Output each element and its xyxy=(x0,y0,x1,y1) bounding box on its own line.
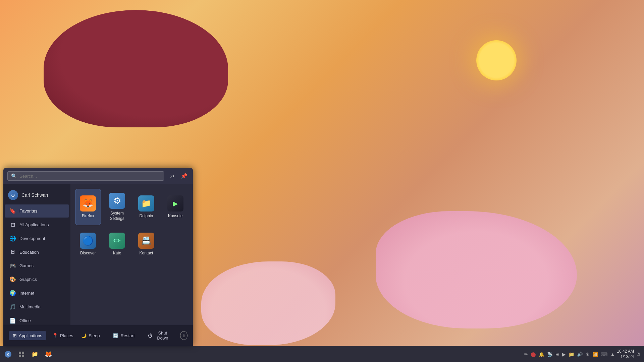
svg-text:K: K xyxy=(7,352,9,357)
places-icon: 📍 xyxy=(52,333,58,338)
dolphin-icon xyxy=(138,195,154,212)
filter-icon[interactable]: ⇄ xyxy=(167,171,177,181)
app-system-settings[interactable]: System Settings xyxy=(104,189,130,225)
app-kontact[interactable]: Kontact xyxy=(133,229,159,260)
info-button[interactable]: ℹ xyxy=(180,331,187,340)
apps-grid: Firefox System Settings Dolphin Konsole … xyxy=(70,184,193,325)
red-dot-icon[interactable]: ⬤ xyxy=(531,352,536,357)
search-icon: 🔍 xyxy=(11,173,17,179)
menu-search-bar-row: 🔍 ⇄ 📌 xyxy=(3,168,193,184)
sidebar-item-favorites[interactable]: 🔖 Favorites xyxy=(5,204,69,218)
restart-label: Restart xyxy=(120,333,135,338)
app-discover[interactable]: Discover xyxy=(75,229,101,260)
app-kate-label: Kate xyxy=(113,251,121,256)
virtual-desktop-icon[interactable]: ⊞ xyxy=(555,352,559,357)
menu-body: ⊙ Carl Schwan 🔖 Favorites ⊞ All Applicat… xyxy=(3,184,193,325)
expand-tray-icon[interactable]: ▲ xyxy=(610,352,615,357)
svg-rect-4 xyxy=(19,355,21,357)
wifi-icon[interactable]: 📶 xyxy=(592,352,598,357)
office-icon: 📄 xyxy=(9,317,16,324)
svg-rect-2 xyxy=(19,352,21,354)
user-profile[interactable]: ⊙ Carl Schwan xyxy=(3,186,70,204)
bottom-right-buttons: 🌙 Sleep 🔄 Restart ⏻ Shut Down ℹ xyxy=(77,328,187,343)
menu-bottom-bar: ⊞ Applications 📍 Places 🌙 Sleep 🔄 Restar… xyxy=(3,325,193,346)
sleep-button[interactable]: 🌙 Sleep xyxy=(77,331,104,340)
taskbar-start-icon[interactable]: K xyxy=(2,348,14,360)
username: Carl Schwan xyxy=(21,192,48,198)
brightness-icon[interactable]: ☀ xyxy=(585,352,590,357)
search-input[interactable] xyxy=(19,174,160,179)
sidebar-item-graphics[interactable]: 🎨 Graphics xyxy=(5,273,69,286)
sidebar-label-favorites: Favorites xyxy=(19,208,37,214)
avatar-initials: ⊙ xyxy=(11,192,15,198)
pin-icon[interactable]: 📌 xyxy=(179,171,189,181)
sidebar-item-development[interactable]: 🌐 Development xyxy=(5,232,69,245)
app-kate[interactable]: Kate xyxy=(104,229,130,260)
app-discover-label: Discover xyxy=(80,251,96,256)
media-play-icon[interactable]: ▶ xyxy=(562,352,566,357)
network-icon[interactable]: 📡 xyxy=(547,352,553,357)
applications-label: Applications xyxy=(19,333,42,338)
sleep-label: Sleep xyxy=(89,333,100,338)
kate-icon xyxy=(109,233,125,249)
firefox-icon xyxy=(80,195,96,212)
sidebar-label-games: Games xyxy=(19,263,34,268)
bottom-left-buttons: ⊞ Applications 📍 Places xyxy=(9,331,77,340)
sidebar-item-internet[interactable]: 🌍 Internet xyxy=(5,287,69,300)
sidebar-item-all-applications[interactable]: ⊞ All Applications xyxy=(5,218,69,231)
multimedia-icon: 🎵 xyxy=(9,304,16,310)
shutdown-label: Shut Down xyxy=(154,330,171,341)
sidebar-item-office[interactable]: 📄 Office xyxy=(5,314,69,325)
svg-rect-3 xyxy=(22,352,24,354)
restart-icon: 🔄 xyxy=(113,333,118,338)
sidebar-label-graphics: Graphics xyxy=(19,277,37,282)
taskbar: K 📁 🦊 ✏ ⬤ 🔔 📡 ⊞ ▶ 📁 🔊 ☀ 📶 ⌨ ▲ 10:42 AM 1… xyxy=(0,346,644,362)
folder-tray-icon[interactable]: 📁 xyxy=(569,352,574,357)
restart-button[interactable]: 🔄 Restart xyxy=(109,331,139,340)
places-button[interactable]: 📍 Places xyxy=(48,331,77,340)
bg-sun xyxy=(476,40,517,80)
system-settings-icon xyxy=(109,193,125,209)
app-dolphin-label: Dolphin xyxy=(140,214,153,219)
sidebar-label-all-applications: All Applications xyxy=(19,222,49,227)
app-konsole[interactable]: Konsole xyxy=(162,189,188,225)
bg-cloud-pink xyxy=(376,211,577,328)
clock-date: 1/13/24 xyxy=(617,354,634,360)
taskbar-tasks-icon[interactable] xyxy=(15,348,28,360)
app-firefox-label: Firefox xyxy=(82,214,94,219)
menu-top-icons: ⇄ 📌 xyxy=(167,171,189,181)
applications-button[interactable]: ⊞ Applications xyxy=(9,331,46,340)
search-bar[interactable]: 🔍 xyxy=(7,171,164,181)
app-konsole-label: Konsole xyxy=(168,214,182,219)
sidebar-label-multimedia: Multimedia xyxy=(19,304,41,309)
notification-icon[interactable]: 🔔 xyxy=(539,352,544,357)
sidebar-item-multimedia[interactable]: 🎵 Multimedia xyxy=(5,300,69,313)
sidebar-label-office: Office xyxy=(19,318,31,323)
discover-icon xyxy=(80,233,96,249)
screen-icon[interactable]: 🖥 xyxy=(636,352,641,357)
sidebar-label-internet: Internet xyxy=(19,291,34,296)
sidebar-label-development: Development xyxy=(19,236,45,241)
sidebar-item-education[interactable]: 🖥 Education xyxy=(5,246,69,258)
taskbar-browser-icon[interactable]: 🦊 xyxy=(42,348,54,360)
system-tray: ✏ ⬤ 🔔 📡 ⊞ ▶ 📁 🔊 ☀ 📶 ⌨ ▲ xyxy=(524,352,615,357)
app-firefox[interactable]: Firefox xyxy=(75,189,101,225)
konsole-icon xyxy=(167,195,183,212)
shutdown-button[interactable]: ⏻ Shut Down xyxy=(144,328,175,343)
sidebar-item-games[interactable]: 🎮 Games xyxy=(5,259,69,272)
shutdown-icon: ⏻ xyxy=(148,333,152,338)
taskbar-files-icon[interactable]: 📁 xyxy=(29,348,41,360)
edit-tray-icon[interactable]: ✏ xyxy=(524,352,528,357)
start-menu: 🔍 ⇄ 📌 ⊙ Carl Schwan 🔖 Favorites xyxy=(3,168,193,346)
app-kontact-label: Kontact xyxy=(140,251,153,256)
places-label: Places xyxy=(60,333,73,338)
volume-icon[interactable]: 🔊 xyxy=(577,352,583,357)
kontact-icon xyxy=(138,233,154,249)
system-clock[interactable]: 10:42 AM 1/13/24 xyxy=(617,349,634,359)
keyboard-icon[interactable]: ⌨ xyxy=(601,352,607,357)
internet-icon: 🌍 xyxy=(9,290,16,296)
taskbar-left: K 📁 🦊 xyxy=(0,348,56,360)
development-icon: 🌐 xyxy=(9,235,16,242)
app-dolphin[interactable]: Dolphin xyxy=(133,189,159,225)
applications-icon: ⊞ xyxy=(13,333,17,338)
